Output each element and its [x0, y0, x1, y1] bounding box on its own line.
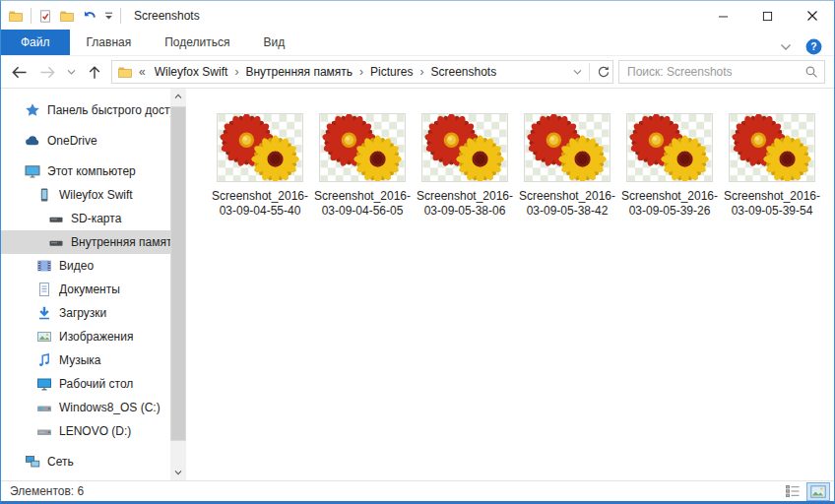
desktop-icon — [36, 376, 52, 392]
picture-icon — [36, 329, 52, 345]
sidebar-item-label: LENOVO (D:) — [59, 424, 131, 438]
sidebar-item-phone[interactable]: Wileyfox Swift — [1, 183, 170, 207]
scroll-down-button[interactable] — [170, 465, 186, 480]
file-item[interactable]: Screenshot_2016-03-09-05-38-06 — [415, 113, 515, 219]
navigation-toolbar: « Wileyfox Swift›Внутренняя память›Pictu… — [1, 56, 834, 89]
thumbnail-view-icon — [810, 485, 826, 498]
ribbon-tab-row: ФайлГлавнаяПоделитьсяВид ? — [1, 31, 834, 56]
sidebar-item-drive[interactable]: LENOVO (D:) — [1, 419, 170, 443]
file-item[interactable]: Screenshot_2016-03-09-05-38-42 — [517, 113, 617, 219]
minimize-button[interactable] — [701, 1, 745, 31]
tab-file[interactable]: Файл — [1, 30, 70, 55]
cloud-icon — [25, 133, 40, 149]
sidebar-item-video[interactable]: Видео — [1, 254, 170, 278]
up-button[interactable] — [83, 60, 106, 84]
search-icon[interactable] — [804, 65, 818, 79]
scroll-up-button[interactable] — [170, 89, 186, 104]
file-item[interactable]: Screenshot_2016-03-09-04-55-40 — [210, 113, 310, 219]
back-icon — [11, 65, 28, 80]
maximize-icon — [762, 11, 773, 22]
sidebar-item-label: Рабочий стол — [59, 377, 133, 391]
thumbnail-view-button[interactable] — [806, 482, 830, 501]
status-bar: Элементов: 6 — [1, 480, 834, 501]
maximize-button[interactable] — [745, 1, 790, 31]
breadcrumb-item[interactable]: Screenshots — [425, 65, 501, 79]
breadcrumb-item[interactable]: Wileyfox Swift — [150, 65, 233, 79]
sidebar-item-monitor[interactable]: Этот компьютер — [1, 159, 170, 183]
recent-locations-button[interactable] — [64, 60, 78, 84]
address-bar[interactable]: « Wileyfox Swift›Внутренняя память›Pictu… — [111, 60, 613, 84]
download-icon — [36, 305, 52, 321]
address-right-controls — [573, 63, 610, 81]
file-thumbnail-flowers-image[interactable] — [217, 113, 303, 182]
forward-button[interactable] — [35, 60, 59, 84]
tab-view[interactable]: Вид — [246, 30, 301, 55]
tab-share[interactable]: Поделиться — [148, 30, 246, 55]
file-thumbnail-flowers-image[interactable] — [524, 113, 610, 182]
search-box[interactable] — [618, 60, 825, 84]
sidebar-item-cloud[interactable]: OneDrive — [1, 129, 170, 153]
close-button[interactable] — [790, 1, 834, 31]
file-thumbnail-flowers-image[interactable] — [421, 113, 508, 182]
sd-icon — [48, 211, 64, 226]
new-folder-icon[interactable] — [59, 8, 75, 24]
scrollbar-track[interactable] — [170, 104, 186, 465]
window-title: Screenshots — [134, 9, 200, 23]
sidebar-item-network[interactable]: Сеть — [1, 450, 170, 473]
sidebar-item-label: Внутренняя память — [71, 235, 170, 249]
sidebar-item-star[interactable]: Панель быстрого доступа — [1, 98, 170, 122]
sidebar-item-sd[interactable]: SD-карта — [1, 207, 170, 230]
close-icon — [806, 10, 818, 22]
sidebar-item-label: Документы — [59, 283, 120, 296]
sidebar-item-sd[interactable]: Внутренняя память — [1, 230, 170, 254]
properties-check-icon[interactable] — [38, 9, 52, 24]
help-icon[interactable]: ? — [805, 38, 822, 55]
back-button[interactable] — [7, 60, 31, 84]
breadcrumb-separator-icon[interactable]: › — [232, 65, 240, 79]
search-input[interactable] — [627, 65, 804, 79]
ribbon-tabs: ФайлГлавнаяПоделитьсяВид — [1, 30, 301, 55]
sidebar-item-music[interactable]: Музыка — [1, 348, 170, 372]
file-thumbnail-flowers-image[interactable] — [319, 113, 406, 182]
ribbon-right-icons: ? — [780, 38, 834, 55]
file-name: Screenshot_2016-03-09-05-38-42 — [518, 189, 616, 219]
sidebar-scrollbar[interactable] — [170, 89, 186, 480]
refresh-icon[interactable] — [597, 65, 610, 79]
undo-icon[interactable] — [82, 9, 97, 24]
file-item[interactable]: Screenshot_2016-03-09-04-56-05 — [312, 113, 413, 219]
expand-ribbon-chevron-icon[interactable] — [780, 43, 792, 51]
breadcrumb-item[interactable]: Внутренняя память — [240, 65, 357, 79]
file-name: Screenshot_2016-03-09-05-39-54 — [723, 189, 821, 219]
tab-home[interactable]: Главная — [70, 30, 149, 55]
up-icon — [88, 65, 101, 80]
forward-icon — [39, 65, 56, 80]
file-item[interactable]: Screenshot_2016-03-09-05-39-54 — [722, 113, 822, 219]
details-view-icon — [785, 484, 801, 498]
music-icon — [36, 352, 52, 368]
sidebar-item-label: Wileyfox Swift — [59, 188, 133, 202]
sidebar-item-picture[interactable]: Изображения — [1, 325, 170, 348]
breadcrumb-item[interactable]: Pictures — [365, 65, 418, 79]
customize-qat-icon[interactable] — [104, 12, 113, 21]
sidebar-item-drive-win[interactable]: Windows8_OS (C:) — [1, 396, 170, 419]
separator — [31, 8, 32, 24]
sidebar-item-desktop[interactable]: Рабочий стол — [1, 372, 170, 396]
sidebar-item-label: Этот компьютер — [47, 164, 136, 178]
breadcrumb-separator-icon[interactable]: › — [418, 65, 425, 79]
file-thumbnail-flowers-image[interactable] — [729, 113, 815, 182]
sidebar-item-download[interactable]: Загрузки — [1, 301, 170, 325]
video-icon — [36, 258, 52, 274]
file-name: Screenshot_2016-03-09-04-56-05 — [313, 189, 412, 219]
file-item[interactable]: Screenshot_2016-03-09-05-39-26 — [619, 113, 720, 219]
breadcrumb-separator-icon[interactable]: › — [357, 65, 365, 79]
file-name: Screenshot_2016-03-09-05-38-06 — [416, 189, 514, 219]
sidebar-item-doc[interactable]: Документы — [1, 278, 170, 301]
window-buttons — [701, 1, 834, 31]
address-dropdown-chevron-icon[interactable] — [573, 69, 582, 76]
path-truncated-guillemet[interactable]: « — [139, 65, 146, 79]
content-area: Панель быстрого доступа OneDrive Этот ко… — [1, 89, 834, 480]
file-thumbnail-flowers-image[interactable] — [626, 113, 713, 182]
scrollbar-thumb[interactable] — [170, 106, 186, 441]
address-folder-icon — [117, 64, 133, 80]
details-view-button[interactable] — [781, 482, 804, 501]
